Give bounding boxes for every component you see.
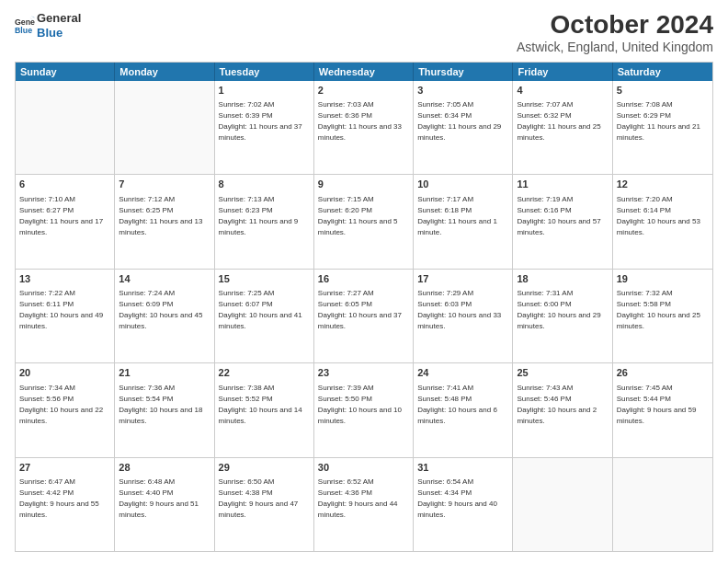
calendar-cell-20: 20Sunrise: 7:34 AMSunset: 5:56 PMDayligh… [16, 363, 115, 456]
day-header-monday: Monday [115, 63, 214, 81]
calendar-cell-23: 23Sunrise: 7:39 AMSunset: 5:50 PMDayligh… [314, 363, 414, 456]
calendar-cell-24: 24Sunrise: 7:41 AMSunset: 5:48 PMDayligh… [414, 363, 513, 456]
page: General Blue General Blue October 2024 A… [0, 0, 728, 563]
cell-info: Sunrise: 7:43 AMSunset: 5:46 PMDaylight:… [517, 383, 608, 427]
calendar-cell-25: 25Sunrise: 7:43 AMSunset: 5:46 PMDayligh… [513, 363, 612, 456]
cell-info: Sunrise: 7:03 AMSunset: 6:36 PMDaylight:… [318, 99, 409, 144]
day-number: 15 [219, 272, 310, 286]
day-number: 21 [119, 366, 210, 380]
cell-info: Sunrise: 7:32 AMSunset: 5:58 PMDaylight:… [617, 288, 709, 332]
day-header-wednesday: Wednesday [314, 63, 414, 81]
calendar-cell-1: 1Sunrise: 7:02 AMSunset: 6:39 PMDaylight… [215, 81, 314, 174]
cell-info: Sunrise: 7:10 AMSunset: 6:27 PMDaylight:… [19, 194, 110, 238]
cell-info: Sunrise: 7:24 AMSunset: 6:09 PMDaylight:… [119, 288, 210, 332]
header: General Blue General Blue October 2024 A… [15, 11, 713, 54]
day-header-sunday: Sunday [16, 63, 115, 81]
day-number: 18 [517, 272, 608, 286]
day-number: 27 [19, 461, 110, 475]
day-number: 20 [19, 366, 110, 380]
calendar-cell-3: 3Sunrise: 7:05 AMSunset: 6:34 PMDaylight… [414, 81, 513, 174]
cell-info: Sunrise: 7:31 AMSunset: 6:00 PMDaylight:… [517, 288, 608, 332]
calendar-cell-8: 8Sunrise: 7:13 AMSunset: 6:23 PMDaylight… [215, 175, 314, 268]
day-number: 7 [119, 178, 210, 191]
calendar-cell-31: 31Sunrise: 6:54 AMSunset: 4:34 PMDayligh… [414, 458, 513, 551]
cell-info: Sunrise: 6:54 AMSunset: 4:34 PMDaylight:… [417, 477, 508, 521]
cell-info: Sunrise: 7:15 AMSunset: 6:20 PMDaylight:… [318, 194, 409, 238]
calendar-cell-13: 13Sunrise: 7:22 AMSunset: 6:11 PMDayligh… [16, 270, 115, 362]
logo-icon: General Blue [15, 16, 35, 36]
day-header-friday: Friday [513, 63, 612, 81]
calendar-row-1: 6Sunrise: 7:10 AMSunset: 6:27 PMDaylight… [16, 174, 712, 268]
day-header-thursday: Thursday [414, 63, 513, 81]
title-block: October 2024 Astwick, England, United Ki… [517, 11, 713, 54]
calendar-cell-4: 4Sunrise: 7:07 AMSunset: 6:32 PMDaylight… [513, 81, 612, 174]
day-number: 6 [19, 178, 110, 191]
calendar-cell-19: 19Sunrise: 7:32 AMSunset: 5:58 PMDayligh… [613, 270, 712, 362]
calendar-cell-22: 22Sunrise: 7:38 AMSunset: 5:52 PMDayligh… [215, 363, 314, 456]
day-number: 10 [417, 178, 508, 191]
cell-info: Sunrise: 7:29 AMSunset: 6:03 PMDaylight:… [417, 288, 508, 332]
calendar-cell-6: 6Sunrise: 7:10 AMSunset: 6:27 PMDaylight… [16, 175, 115, 268]
calendar-cell-17: 17Sunrise: 7:29 AMSunset: 6:03 PMDayligh… [414, 270, 513, 362]
day-number: 25 [517, 366, 608, 380]
day-number: 2 [318, 84, 409, 98]
day-header-saturday: Saturday [613, 63, 712, 81]
location: Astwick, England, United Kingdom [517, 40, 713, 54]
calendar-cell-9: 9Sunrise: 7:15 AMSunset: 6:20 PMDaylight… [314, 175, 414, 268]
calendar-row-2: 13Sunrise: 7:22 AMSunset: 6:11 PMDayligh… [16, 269, 712, 362]
cell-info: Sunrise: 7:25 AMSunset: 6:07 PMDaylight:… [219, 288, 310, 332]
calendar-cell-29: 29Sunrise: 6:50 AMSunset: 4:38 PMDayligh… [215, 458, 314, 551]
cell-info: Sunrise: 7:38 AMSunset: 5:52 PMDaylight:… [219, 383, 310, 427]
logo: General Blue General Blue [15, 11, 81, 40]
logo-blue: Blue [37, 26, 81, 40]
calendar-cell-11: 11Sunrise: 7:19 AMSunset: 6:16 PMDayligh… [513, 175, 612, 268]
cell-info: Sunrise: 7:13 AMSunset: 6:23 PMDaylight:… [219, 194, 310, 238]
day-number: 16 [318, 272, 409, 286]
day-number: 4 [517, 84, 608, 98]
calendar-row-0: 1Sunrise: 7:02 AMSunset: 6:39 PMDaylight… [16, 81, 712, 174]
calendar-row-4: 27Sunrise: 6:47 AMSunset: 4:42 PMDayligh… [16, 457, 712, 551]
cell-info: Sunrise: 6:47 AMSunset: 4:42 PMDaylight:… [19, 477, 110, 521]
calendar-body: 1Sunrise: 7:02 AMSunset: 6:39 PMDaylight… [16, 81, 712, 551]
cell-info: Sunrise: 7:41 AMSunset: 5:48 PMDaylight:… [417, 383, 508, 427]
calendar-cell-7: 7Sunrise: 7:12 AMSunset: 6:25 PMDaylight… [115, 175, 214, 268]
month-title: October 2024 [517, 11, 713, 40]
cell-info: Sunrise: 6:48 AMSunset: 4:40 PMDaylight:… [119, 477, 210, 521]
calendar-cell-14: 14Sunrise: 7:24 AMSunset: 6:09 PMDayligh… [115, 270, 214, 362]
calendar-cell-empty-4-5 [513, 458, 612, 551]
calendar-cell-empty-0-1 [115, 81, 214, 174]
day-number: 5 [617, 84, 709, 98]
calendar-cell-10: 10Sunrise: 7:17 AMSunset: 6:18 PMDayligh… [414, 175, 513, 268]
calendar-cell-empty-4-6 [613, 458, 712, 551]
cell-info: Sunrise: 7:17 AMSunset: 6:18 PMDaylight:… [417, 194, 508, 238]
cell-info: Sunrise: 7:07 AMSunset: 6:32 PMDaylight:… [517, 99, 608, 144]
day-number: 14 [119, 272, 210, 286]
day-number: 13 [19, 272, 110, 286]
day-number: 1 [219, 84, 310, 98]
calendar-row-3: 20Sunrise: 7:34 AMSunset: 5:56 PMDayligh… [16, 362, 712, 456]
calendar: SundayMondayTuesdayWednesdayThursdayFrid… [15, 62, 713, 552]
cell-info: Sunrise: 7:27 AMSunset: 6:05 PMDaylight:… [318, 288, 409, 332]
day-number: 31 [417, 461, 508, 475]
day-number: 23 [318, 366, 409, 380]
calendar-cell-27: 27Sunrise: 6:47 AMSunset: 4:42 PMDayligh… [16, 458, 115, 551]
cell-info: Sunrise: 7:36 AMSunset: 5:54 PMDaylight:… [119, 383, 210, 427]
cell-info: Sunrise: 6:50 AMSunset: 4:38 PMDaylight:… [219, 477, 310, 521]
calendar-cell-16: 16Sunrise: 7:27 AMSunset: 6:05 PMDayligh… [314, 270, 414, 362]
day-number: 30 [318, 461, 409, 475]
calendar-cell-5: 5Sunrise: 7:08 AMSunset: 6:29 PMDaylight… [613, 81, 712, 174]
calendar-cell-15: 15Sunrise: 7:25 AMSunset: 6:07 PMDayligh… [215, 270, 314, 362]
calendar-cell-12: 12Sunrise: 7:20 AMSunset: 6:14 PMDayligh… [613, 175, 712, 268]
day-number: 19 [617, 272, 709, 286]
day-number: 28 [119, 461, 210, 475]
cell-info: Sunrise: 7:22 AMSunset: 6:11 PMDaylight:… [19, 288, 110, 332]
day-number: 3 [417, 84, 508, 98]
cell-info: Sunrise: 6:52 AMSunset: 4:36 PMDaylight:… [318, 477, 409, 521]
calendar-cell-26: 26Sunrise: 7:45 AMSunset: 5:44 PMDayligh… [613, 363, 712, 456]
day-number: 8 [219, 178, 310, 191]
cell-info: Sunrise: 7:08 AMSunset: 6:29 PMDaylight:… [617, 99, 709, 144]
day-number: 24 [417, 366, 508, 380]
day-number: 29 [219, 461, 310, 475]
day-header-tuesday: Tuesday [215, 63, 314, 81]
day-number: 22 [219, 366, 310, 380]
